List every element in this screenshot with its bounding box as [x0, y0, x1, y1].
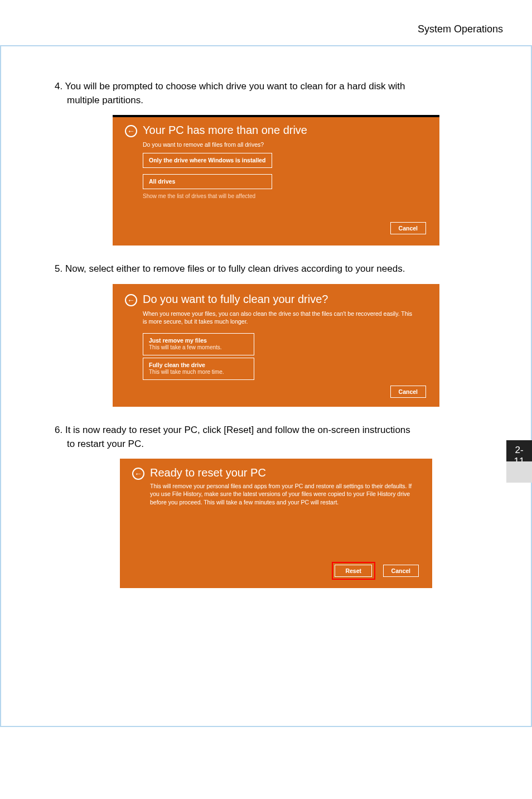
back-icon[interactable]: ←: [125, 125, 137, 137]
dialog-title: Ready to reset your PC: [150, 466, 266, 479]
step-4-number: 4.: [55, 81, 62, 92]
dialog-title: Do you want to fully clean your drive?: [143, 293, 328, 306]
page-tab-shadow: [506, 461, 532, 483]
option-title: Just remove my files: [149, 337, 207, 344]
screenshot-ready-reset: ← Ready to reset your PC This will remov…: [120, 459, 432, 588]
page-content-frame: 4. You will be prompted to choose which …: [0, 46, 532, 727]
back-icon[interactable]: ←: [125, 294, 137, 306]
dialog-subtitle: This will remove your personal files and…: [150, 482, 412, 506]
option-only-windows-drive[interactable]: Only the drive where Windows is installe…: [143, 153, 272, 168]
dialog-subtitle: When you remove your files, you can also…: [143, 310, 416, 325]
option-all-drives[interactable]: All drives: [143, 174, 272, 189]
option-sub: This will take much more time.: [149, 369, 248, 376]
option-title: Fully clean the drive: [149, 362, 205, 368]
step-4-cont: multiple partitions.: [55, 94, 497, 108]
window-titlebar: [113, 115, 439, 117]
step-4: 4. You will be prompted to choose which …: [55, 80, 497, 107]
step-5-number: 5.: [55, 263, 62, 274]
step-6: 6. It is now ready to reset your PC, cli…: [55, 423, 497, 451]
page-header-title: System Operations: [0, 0, 532, 45]
link-show-affected-drives[interactable]: Show me the list of drives that will be …: [143, 193, 255, 199]
step-6-number: 6.: [55, 425, 62, 435]
screenshot-clean-options: ← Do you want to fully clean your drive?…: [113, 284, 439, 407]
step-6-cont: to restart your PC.: [55, 437, 497, 451]
dialog-title: Your PC has more than one drive: [143, 124, 307, 137]
step-4-text: You will be prompted to choose which dri…: [65, 81, 405, 92]
cancel-button[interactable]: Cancel: [390, 386, 426, 398]
option-just-remove-files[interactable]: Just remove my files This will take a fe…: [143, 333, 254, 355]
cancel-button[interactable]: Cancel: [383, 565, 419, 577]
cancel-button[interactable]: Cancel: [390, 222, 426, 234]
reset-button[interactable]: Reset: [335, 565, 372, 577]
dialog-subtitle: Do you want to remove all files from all…: [143, 141, 264, 148]
screenshot-drive-selection: ← Your PC has more than one drive Do you…: [113, 115, 439, 246]
step-6-text: It is now ready to reset your PC, click …: [65, 425, 410, 435]
step-5-text: Now, select either to remove files or to…: [65, 263, 405, 274]
step-5: 5. Now, select either to remove files or…: [55, 262, 497, 276]
option-sub: This will take a few moments.: [149, 344, 248, 352]
option-fully-clean-drive[interactable]: Fully clean the drive This will take muc…: [143, 358, 254, 380]
back-icon[interactable]: ←: [132, 468, 144, 480]
